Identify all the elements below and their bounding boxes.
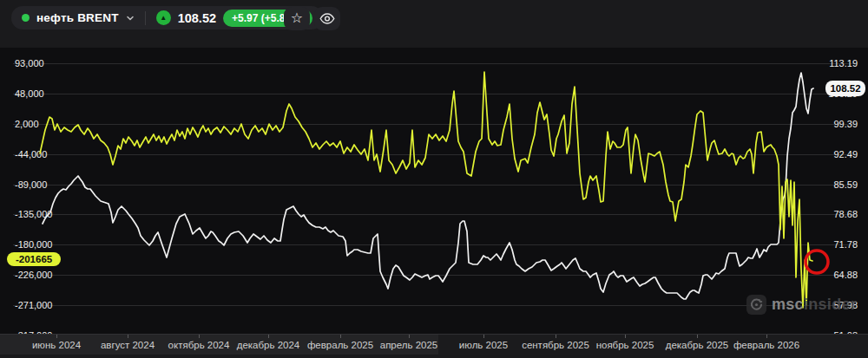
watch-button[interactable] <box>314 7 340 30</box>
time-axis-tick <box>128 335 128 338</box>
eye-icon <box>319 13 335 24</box>
trading-app-screen: { "header": { "instrument": { "name": "н… <box>0 0 868 358</box>
bottom-strip <box>0 355 868 358</box>
header-divider <box>145 11 146 25</box>
time-axis-label: декабрь 2024 <box>237 340 300 350</box>
time-axis-label: декабрь 2025 <box>666 340 729 350</box>
gridline <box>13 214 855 215</box>
time-axis-tick <box>268 335 269 338</box>
favorite-button[interactable]: ☆ <box>284 7 310 30</box>
left-axis-label: -180,000 <box>15 239 52 250</box>
time-axis-tick <box>483 335 484 338</box>
time-axis-label: октябрь 2024 <box>168 340 230 350</box>
instrument-name: нефть BRENT <box>36 11 119 24</box>
time-axis-label: февраль 2025 <box>307 340 373 350</box>
left-axis-label: -135,000 <box>15 209 52 219</box>
left-axis-label: 2,000 <box>15 119 39 129</box>
left-axis-label: -44,000 <box>15 149 47 159</box>
time-axis-tick <box>409 335 410 338</box>
time-axis-tick <box>697 335 698 338</box>
right-axis-label: 92.49 <box>833 149 858 159</box>
left-axis-label: -89,000 <box>15 179 47 190</box>
price-last-value-tag: 108.52 <box>825 81 865 96</box>
right-axis-label: 113.19 <box>829 58 858 68</box>
gridline <box>13 94 855 94</box>
time-axis-tick <box>556 335 556 338</box>
time-axis-label: август 2024 <box>101 340 155 350</box>
time-axis-tick <box>56 335 57 338</box>
time-axis[interactable]: июнь 2024август 2024октябрь 2024декабрь … <box>0 334 868 355</box>
watermark-text-insider: insider <box>804 296 857 313</box>
indicator-last-value-tag: -201665 <box>7 252 61 266</box>
right-axis-label: 64.88 <box>833 270 858 280</box>
left-axis-label: 93,000 <box>15 58 44 68</box>
watermark-text-msc: msc <box>772 296 804 313</box>
time-axis-label: сентябрь 2025 <box>522 340 589 350</box>
gridline <box>13 63 855 64</box>
left-axis-label: -271,000 <box>15 300 52 310</box>
gridline <box>13 275 855 276</box>
time-axis-label: июль 2025 <box>459 340 508 350</box>
gridline <box>13 244 855 245</box>
header-price: 108.52 <box>178 11 216 25</box>
time-axis-tick <box>199 335 200 338</box>
instrument-selector[interactable]: нефть BRENT ▲ 108.52 +5.97 (+5.82%) <box>11 6 323 29</box>
watermark: mscinsider <box>746 295 857 315</box>
gridline <box>13 185 855 186</box>
right-axis-label: 99.39 <box>833 119 858 129</box>
chart-plot-area[interactable] <box>0 48 868 334</box>
instrument-status-dot <box>22 14 30 22</box>
time-axis-label: июнь 2024 <box>32 340 81 350</box>
time-axis-tick <box>340 335 341 338</box>
right-axis-label: 71.78 <box>833 239 858 250</box>
gridline <box>13 154 855 155</box>
left-axis-label: -226,000 <box>15 270 52 280</box>
left-axis-label: 48,000 <box>15 88 44 99</box>
up-arrow-icon: ▲ <box>156 10 171 25</box>
time-axis-label: апрель 2025 <box>380 340 438 350</box>
gridline <box>13 305 855 306</box>
mscinsider-logo-icon <box>746 295 766 315</box>
time-axis-label: февраль 2026 <box>733 340 799 350</box>
header-bar: нефть BRENT ▲ 108.52 +5.97 (+5.82%) ☆ <box>0 0 868 48</box>
star-icon: ☆ <box>291 11 303 25</box>
time-axis-label: ноябрь 2025 <box>596 340 654 350</box>
chevron-down-icon[interactable] <box>126 14 135 23</box>
right-axis-label: 85.59 <box>833 179 858 190</box>
time-axis-tick <box>766 335 767 338</box>
time-axis-tick <box>625 335 626 338</box>
gridline <box>13 124 855 125</box>
right-axis-label: 78.68 <box>833 209 858 219</box>
